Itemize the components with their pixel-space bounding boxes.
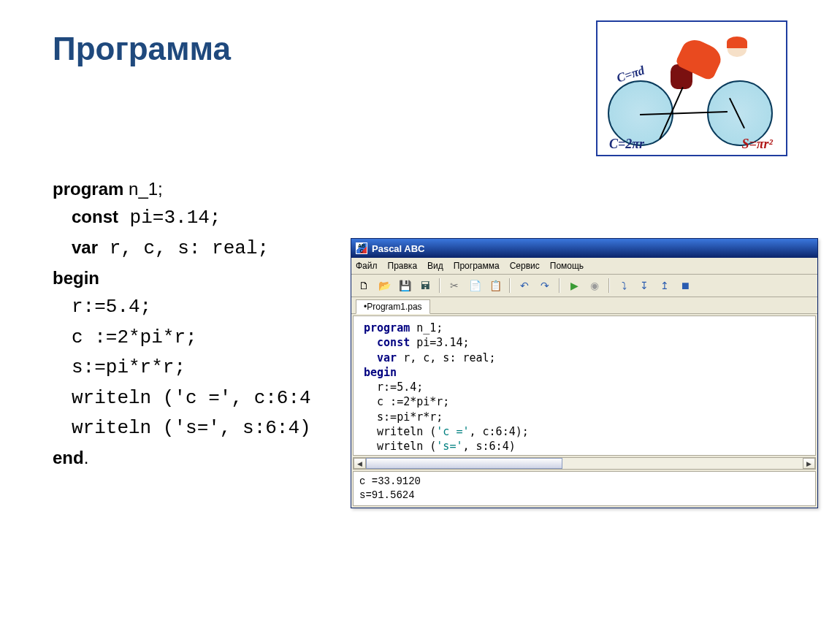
undo-icon: ↶ xyxy=(520,280,529,291)
step-into-button[interactable]: ↧ xyxy=(636,278,652,294)
code-text: r:=5.4; xyxy=(72,296,151,318)
code-listing: program n_1; const pi=3.14; var r, c, s:… xyxy=(53,175,311,472)
open-file-button[interactable]: 📂 xyxy=(376,278,392,294)
paste-button[interactable]: 📋 xyxy=(487,278,503,294)
step-out-button[interactable]: ↥ xyxy=(657,278,673,294)
toolbar-separator xyxy=(439,278,440,293)
formula-s-pir2: S=πr² xyxy=(742,137,774,152)
scroll-left-button[interactable]: ◀ xyxy=(354,458,366,469)
editor-line: s:=pi*r*r; xyxy=(364,410,809,424)
save-file-button[interactable]: 💾 xyxy=(397,278,413,294)
step-out-icon: ↥ xyxy=(660,280,669,291)
window-title: Pascal ABC xyxy=(372,243,425,254)
code-text: c :=2*pi*r; xyxy=(72,326,197,348)
toolbar-separator xyxy=(559,278,560,293)
code-keyword: var xyxy=(72,237,98,257)
breakpoint-icon: ⏹ xyxy=(680,280,690,291)
copy-button[interactable]: 📄 xyxy=(467,278,483,294)
menu-file[interactable]: Файл xyxy=(356,261,378,271)
code-text: r, c, s: real; xyxy=(98,237,269,259)
save-icon: 💾 xyxy=(399,280,411,291)
menu-program[interactable]: Программа xyxy=(454,261,500,271)
code-editor[interactable]: program n_1; const pi=3.14; var r, c, s:… xyxy=(353,316,816,456)
run-icon: ▶ xyxy=(570,280,579,291)
menu-service[interactable]: Сервис xyxy=(510,261,540,271)
editor-line: writeln ('s=', s:6:4) xyxy=(364,439,809,454)
code-keyword: begin xyxy=(53,268,99,288)
app-icon: ABC xyxy=(356,242,367,254)
cyclist-helmet xyxy=(727,37,747,48)
paste-icon: 📋 xyxy=(489,280,502,291)
scroll-thumb[interactable] xyxy=(366,458,562,469)
stop-icon: ◉ xyxy=(590,280,599,291)
menu-help[interactable]: Помощь xyxy=(550,261,584,271)
code-text: writeln ('c =', c:6:4 xyxy=(72,387,311,409)
editor-line: begin xyxy=(364,365,809,380)
pascal-abc-window: ABC Pascal ABC Файл Правка Вид Программа… xyxy=(351,238,818,508)
toolbar-separator xyxy=(608,278,610,293)
code-text: s:=pi*r*r; xyxy=(72,356,186,378)
stop-button[interactable]: ◉ xyxy=(587,278,603,294)
editor-line: r:=5.4; xyxy=(364,380,809,394)
editor-line: const pi=3.14; xyxy=(364,335,809,350)
editor-tab-program1[interactable]: •Program1.pas xyxy=(356,299,430,314)
redo-button[interactable]: ↷ xyxy=(537,278,553,294)
code-keyword: program xyxy=(53,179,123,199)
code-text: . xyxy=(84,448,89,467)
scroll-right-button[interactable]: ▶ xyxy=(803,458,815,469)
copy-icon: 📄 xyxy=(469,280,481,291)
redo-icon: ↷ xyxy=(541,280,549,291)
cut-icon: ✂ xyxy=(450,280,459,291)
code-text: pi=3.14; xyxy=(118,207,221,229)
undo-button[interactable]: ↶ xyxy=(516,278,532,294)
code-text: writeln ('s=', s:6:4) xyxy=(72,417,311,439)
toolbar-separator xyxy=(509,278,511,293)
editor-tabstrip: •Program1.pas xyxy=(351,297,817,314)
step-over-button[interactable]: ⤵ xyxy=(616,278,632,294)
step-over-icon: ⤵ xyxy=(622,280,627,291)
scroll-track[interactable] xyxy=(366,458,803,469)
editor-line: program n_1; xyxy=(364,321,809,335)
toggle-breakpoint-button[interactable]: ⏹ xyxy=(677,278,693,294)
new-file-icon: 🗋 xyxy=(359,280,369,291)
save-all-button[interactable]: 🖬 xyxy=(417,278,433,294)
toolbar: 🗋 📂 💾 🖬 ✂ 📄 📋 ↶ ↷ ▶ ◉ ⤵ ↧ ↥ ⏹ xyxy=(351,275,817,297)
menu-view[interactable]: Вид xyxy=(427,261,443,271)
step-into-icon: ↧ xyxy=(640,280,649,291)
new-file-button[interactable]: 🗋 xyxy=(356,278,372,294)
run-button[interactable]: ▶ xyxy=(566,278,582,294)
page-title: Программа xyxy=(53,31,231,67)
formula-c-2pir: С=2πr xyxy=(609,137,644,152)
save-all-icon: 🖬 xyxy=(420,280,430,291)
code-keyword: const xyxy=(72,207,118,226)
window-titlebar[interactable]: ABC Pascal ABC xyxy=(351,239,817,258)
open-file-icon: 📂 xyxy=(378,280,391,291)
code-keyword: end xyxy=(53,448,84,467)
illustration-cyclist: С=πd С=2πr S=πr² xyxy=(596,20,787,156)
editor-line: writeln ('c =', c:6:4); xyxy=(364,424,809,439)
menu-edit[interactable]: Правка xyxy=(388,261,418,271)
code-text: n_1; xyxy=(123,179,162,199)
cut-button[interactable]: ✂ xyxy=(446,278,462,294)
menubar: Файл Правка Вид Программа Сервис Помощь xyxy=(351,258,817,275)
program-output-pane[interactable]: c =33.9120 s=91.5624 xyxy=(353,471,816,506)
editor-line: c :=2*pi*r; xyxy=(364,394,809,409)
editor-horizontal-scrollbar[interactable]: ◀ ▶ xyxy=(353,457,816,470)
editor-line: var r, c, s: real; xyxy=(364,351,809,365)
